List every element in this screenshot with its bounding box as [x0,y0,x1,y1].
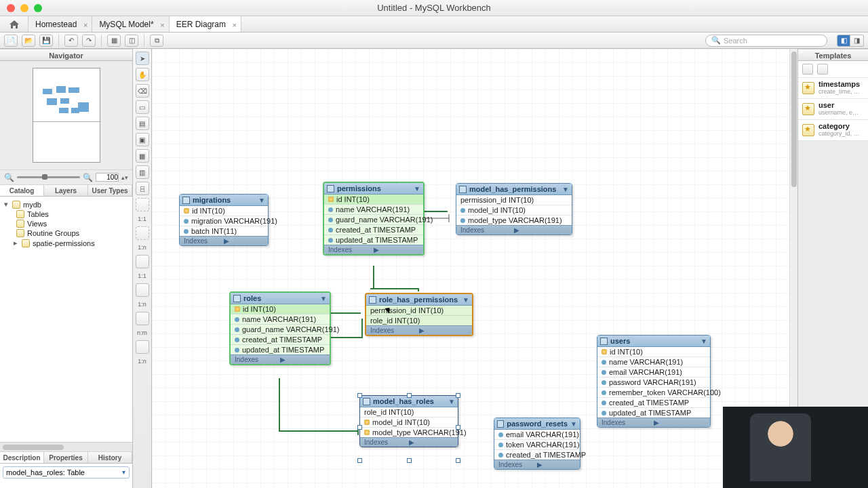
column-icon [235,348,239,352]
chevron-down-icon[interactable]: ▼ [562,186,569,193]
diagram-tool-palette: ➤ ✋ ⌫ ▭ ▤ ▣ ▦ ▥ ⌸ 1:1 1:n 1:1 1:n n:m 1:… [133,49,152,488]
undo-button[interactable]: ↶ [64,35,78,47]
selection-handle[interactable] [357,425,362,430]
chevron-down-icon[interactable]: ▼ [570,420,577,428]
table-permissions[interactable]: permissions▼ id INT(10) name VARCHAR(191… [323,182,425,256]
tab-description[interactable]: Description [0,452,44,463]
chevron-down-icon[interactable]: ▼ [701,338,707,345]
template-new-icon[interactable] [802,64,813,75]
zoom-control[interactable]: 🔍 🔍 ▴▾ [0,169,132,184]
open-file-button[interactable]: 📂 [22,35,35,47]
hand-tool[interactable]: ✋ [136,68,149,81]
erase-tool[interactable]: ⌫ [136,84,149,98]
chevron-down-icon[interactable]: ▼ [462,296,469,304]
save-button[interactable]: 💾 [39,35,53,47]
table-icon [600,338,608,345]
tab-user-types[interactable]: User Types [88,185,132,196]
chevron-down-icon[interactable]: ▼ [258,197,265,204]
relation-1-n-nonid-tool[interactable] [136,226,149,240]
schema-row-mydb[interactable]: ▾mydb [1,199,131,209]
object-selector[interactable] [3,466,130,479]
grid-toggle-button[interactable]: ▦ [107,35,121,47]
navigator-panel: Navigator 🔍 🔍 ▴▾ Catalog Layers [0,49,133,488]
chevron-right-icon[interactable]: ▶ [280,356,326,363]
close-icon[interactable]: × [160,20,164,30]
tree-item-routine-groups[interactable]: Routine Groups [1,228,131,238]
templates-toolbar [798,61,868,78]
tree-item-views[interactable]: Views [1,219,131,228]
home-button[interactable] [0,16,28,32]
table-model-has-roles[interactable]: model_has_roles▼ role_id INT(10) model_i… [359,395,458,447]
export-button[interactable]: ⧉ [150,35,163,47]
search-input[interactable]: 🔍 Search [705,35,827,47]
tab-history[interactable]: History [88,452,132,463]
zoom-stepper[interactable]: ▴▾ [121,174,128,181]
left-panel-toggle[interactable]: ◧ [837,35,850,47]
image-tool[interactable]: ▣ [136,133,149,146]
align-toggle-button[interactable]: ◫ [125,35,138,47]
chevron-right-icon[interactable]: ▶ [654,419,706,426]
table-tool[interactable]: ▦ [136,149,149,163]
template-user[interactable]: userusername, e… [798,99,868,120]
tab-properties[interactable]: Properties [44,452,88,463]
layer-tool[interactable]: ▭ [136,100,149,114]
primary-key-icon [184,208,189,214]
tab-homestead[interactable]: Homestead× [28,16,92,32]
schema-tree[interactable]: ▾mydb Tables Views Routine Groups ▸spati… [0,197,132,442]
routine-group-tool[interactable]: ⌸ [136,182,149,195]
zoom-slider[interactable] [17,176,80,178]
note-tool[interactable]: ▤ [136,117,149,130]
tab-eer-diagram[interactable]: EER Diagram× [170,16,241,32]
chevron-right-icon[interactable]: ▶ [537,461,576,468]
table-users[interactable]: users▼ id INT(10) name VARCHAR(191) emai… [597,335,711,428]
relation-existing-tool[interactable] [136,340,149,354]
template-timestamps[interactable]: timestampscreate_time, … [798,78,868,99]
tab-catalog[interactable]: Catalog [0,185,44,196]
pointer-tool[interactable]: ➤ [136,52,149,65]
template-edit-icon[interactable] [817,64,828,75]
table-migrations[interactable]: migrations▼ id INT(10) migration VARCHAR… [179,194,269,246]
zoom-value-input[interactable] [96,173,119,182]
schema-row-spatie[interactable]: ▸spatie-permissions [1,238,131,248]
chevron-right-icon[interactable]: ▶ [374,246,419,253]
catalog-tabs: Catalog Layers User Types [0,184,132,197]
zoom-in-icon[interactable]: 🔍 [83,173,93,182]
chevron-right-icon[interactable]: ▶ [409,439,454,446]
table-role-has-permissions[interactable]: role_has_permissions▼ permission_id INT(… [365,293,473,336]
table-roles[interactable]: roles▼ id INT(10) name VARCHAR(191) guar… [229,291,331,365]
relation-1-1-nonid-tool[interactable] [136,198,149,211]
zoom-out-icon[interactable]: 🔍 [4,173,14,182]
tab-layers[interactable]: Layers [44,185,88,196]
table-model-has-permissions[interactable]: model_has_permissions▼ permission_id INT… [456,183,572,235]
view-tool[interactable]: ▥ [136,165,149,179]
chevron-right-icon[interactable]: ▶ [224,237,264,245]
redo-button[interactable]: ↷ [82,35,96,47]
table-password-resets[interactable]: password_resets▼ email VARCHAR(191) toke… [494,418,580,470]
chevron-down-icon[interactable]: ▼ [414,185,420,192]
diagram-canvas[interactable]: migrations▼ id INT(10) migration VARCHAR… [152,49,789,488]
close-icon[interactable]: × [233,20,237,30]
relation-1-n-id-tool[interactable] [136,283,149,297]
selection-handle[interactable] [456,425,460,430]
template-category[interactable]: categorycategory_id, … [798,120,868,141]
tree-item-tables[interactable]: Tables [1,209,131,219]
new-file-button[interactable]: 📄 [4,35,18,47]
selection-handle[interactable] [357,458,362,463]
right-panel-toggle[interactable]: ◨ [850,35,864,47]
selection-handle[interactable] [357,393,362,398]
tab-mysql-model[interactable]: MySQL Model*× [92,16,169,32]
chevron-down-icon[interactable]: ▼ [320,295,327,302]
minimap[interactable] [0,61,132,169]
relation-n-m-tool[interactable] [136,312,149,325]
close-icon[interactable]: × [83,20,87,30]
selection-handle[interactable] [407,458,412,463]
selection-handle[interactable] [456,393,460,398]
relation-1-1-id-tool[interactable] [136,255,149,268]
chevron-right-icon[interactable]: ▶ [419,327,468,334]
selection-handle[interactable] [407,393,412,398]
selection-handle[interactable] [456,458,460,463]
chevron-right-icon[interactable]: ▶ [514,226,568,234]
tree-h-scrollbar[interactable] [0,442,132,451]
chevron-down-icon[interactable]: ▼ [448,398,455,405]
search-icon: 🔍 [711,36,721,45]
